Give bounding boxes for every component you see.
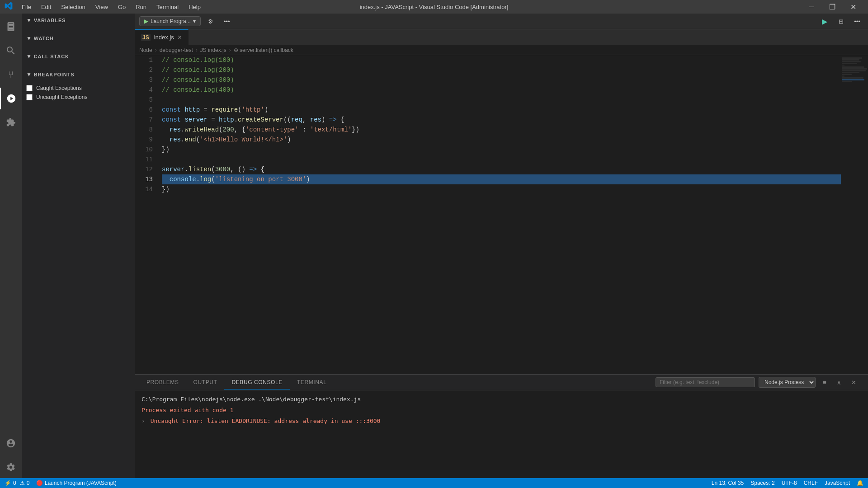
menu-run[interactable]: Run — [131, 2, 151, 12]
breadcrumb-sep1: › — [155, 47, 157, 53]
line-num-9: 9 — [135, 135, 153, 145]
code-token: }) — [352, 125, 359, 135]
breakpoint-caught: Caught Exceptions — [26, 84, 130, 93]
activity-search[interactable] — [0, 40, 22, 61]
activity-extensions[interactable] — [0, 112, 22, 133]
caught-exceptions-checkbox[interactable] — [26, 85, 33, 91]
code-editor[interactable]: 1 2 3 4 5 6 7 8 9 10 11 12 13 14 — [135, 55, 841, 374]
cursor-position: Ln 13, Col 35 — [712, 480, 744, 486]
sidebar: ▼ VARIABLES ▼ WATCH ▼ CALL STACK ▼ BREAK… — [22, 14, 135, 478]
panel-content: C:\Program Files\nodejs\node.exe .\Node\… — [135, 390, 868, 478]
launch-program-button[interactable]: ▶ Launch Progra... ▾ — [139, 16, 201, 26]
tab-close-button[interactable]: × — [178, 33, 182, 42]
settings-icon[interactable]: ⚙ — [204, 15, 217, 28]
run-icon[interactable]: ▶ — [818, 15, 831, 28]
menu-edit[interactable]: Edit — [37, 2, 56, 12]
status-launch[interactable]: 🔴 Launch Program (JAVAScript) — [36, 480, 116, 486]
error-icon: ⚡ — [5, 480, 11, 486]
code-token: (( — [283, 115, 291, 125]
more-icon[interactable]: ••• — [221, 15, 233, 28]
panel: PROBLEMS OUTPUT DEBUG CONSOLE TERMINAL N… — [135, 374, 868, 478]
close-button[interactable]: ✕ — [843, 0, 863, 14]
breadcrumb-callback[interactable]: ⊛ server.listen() callback — [234, 47, 293, 53]
activity-explorer[interactable] — [0, 16, 22, 38]
panel-collapse-icon[interactable]: ∧ — [834, 377, 844, 388]
activity-git[interactable]: ⑂ — [0, 64, 22, 85]
minimap-line — [842, 66, 864, 68]
minimap-line — [842, 65, 844, 66]
code-token: res — [170, 125, 181, 135]
menu-selection[interactable]: Selection — [57, 2, 90, 12]
variables-section: ▼ VARIABLES — [22, 14, 135, 32]
tab-output[interactable]: OUTPUT — [186, 375, 225, 389]
panel-close-icon[interactable]: ✕ — [848, 377, 859, 388]
uncaught-exceptions-label: Uncaught Exceptions — [36, 94, 87, 100]
line-num-1: 1 — [135, 55, 153, 65]
call-stack-header[interactable]: ▼ CALL STACK — [22, 50, 135, 63]
panel-line-3[interactable]: › Uncaught Error: listen EADDRINUSE: add… — [142, 416, 861, 427]
tab-problems[interactable]: PROBLEMS — [139, 375, 186, 389]
code-token: require — [211, 105, 238, 115]
panel-line-3-text: Uncaught Error: listen EADDRINUSE: addre… — [151, 418, 381, 424]
line-num-8: 8 — [135, 125, 153, 135]
status-encoding[interactable]: UTF-8 — [782, 480, 797, 486]
watch-header[interactable]: ▼ WATCH — [22, 32, 135, 45]
status-line-ending[interactable]: CRLF — [804, 480, 818, 486]
code-area: 1 2 3 4 5 6 7 8 9 10 11 12 13 14 — [135, 55, 868, 374]
status-bar-right: Ln 13, Col 35 Spaces: 2 UTF-8 CRLF JavaS… — [712, 480, 863, 486]
minimap-line — [842, 81, 852, 82]
tab-debug-console[interactable]: DEBUG CONSOLE — [224, 375, 290, 389]
notification-icon: 🔔 — [857, 480, 863, 486]
code-token: 3000 — [215, 164, 231, 174]
status-language[interactable]: JavaScript — [825, 480, 850, 486]
error-count: 0 — [13, 480, 16, 486]
uncaught-exceptions-checkbox[interactable] — [26, 94, 33, 100]
minimize-button[interactable]: ─ — [801, 0, 822, 14]
layout-icon[interactable]: ⊞ — [835, 15, 847, 28]
status-errors[interactable]: ⚡ 0 ⚠ 0 — [5, 480, 29, 486]
menu-go[interactable]: Go — [113, 2, 130, 12]
minimap-line — [842, 61, 861, 62]
code-token: , () — [230, 164, 249, 174]
activity-account[interactable] — [0, 432, 22, 454]
play-icon: ▶ — [144, 18, 148, 24]
tab-terminal[interactable]: TERMINAL — [290, 375, 334, 389]
code-token: ) — [321, 115, 329, 125]
process-select[interactable]: Node.js Process — [759, 377, 816, 388]
breakpoints-header[interactable]: ▼ BREAKPOINTS — [22, 68, 135, 81]
status-notification[interactable]: 🔔 — [857, 480, 863, 486]
warning-icon: ⚠ — [20, 480, 25, 486]
panel-list-icon[interactable]: ≡ — [819, 377, 830, 388]
code-token: ) — [287, 135, 291, 145]
breadcrumb-node[interactable]: Node — [139, 47, 152, 53]
activity-settings[interactable] — [0, 456, 22, 478]
menu-view[interactable]: View — [91, 2, 113, 12]
status-spaces[interactable]: Spaces: 2 — [750, 480, 774, 486]
code-token: . — [234, 115, 238, 125]
code-token: log — [200, 174, 211, 184]
tab-index-js[interactable]: JS index.js × — [135, 29, 189, 45]
more2-icon[interactable]: ••• — [851, 15, 863, 28]
code-line-1: // console.log(100) — [162, 55, 841, 65]
code-token: => — [329, 115, 337, 125]
window-controls: ─ ❐ ✕ — [801, 0, 863, 14]
menu-help[interactable]: Help — [184, 2, 205, 12]
breadcrumb-debugger-test[interactable]: debugger-test — [160, 47, 193, 53]
panel-filter-input[interactable] — [656, 377, 755, 387]
panel-line-1: C:\Program Files\nodejs\node.exe .\Node\… — [142, 394, 861, 405]
code-token: . — [196, 174, 200, 184]
watch-section: ▼ WATCH — [22, 32, 135, 50]
minimap-line — [842, 63, 857, 64]
variables-header[interactable]: ▼ VARIABLES — [22, 14, 135, 27]
maximize-button[interactable]: ❐ — [822, 0, 843, 14]
status-cursor[interactable]: Ln 13, Col 35 — [712, 480, 744, 486]
watch-label: WATCH — [34, 36, 54, 41]
code-token: createServer — [238, 115, 283, 125]
code-token: server — [162, 164, 184, 174]
menu-terminal[interactable]: Terminal — [152, 2, 183, 12]
activity-debug[interactable] — [0, 88, 22, 109]
warning-count: 0 — [27, 480, 30, 486]
menu-file[interactable]: File — [17, 2, 36, 12]
title-bar-left: File Edit Selection View Go Run Terminal… — [5, 2, 205, 12]
breadcrumb-indexjs[interactable]: JS index.js — [200, 47, 226, 53]
